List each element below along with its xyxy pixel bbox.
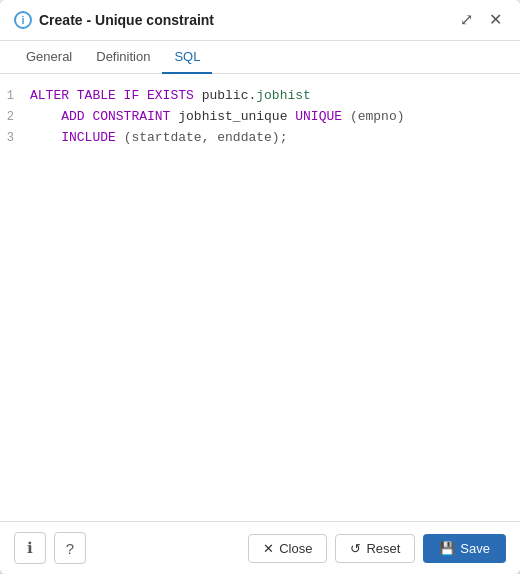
dialog-close-button[interactable]: ✕ [485,10,506,30]
include-columns: (startdate, enddate); [124,130,288,145]
code-line-3: 3 INCLUDE (startdate, enddate); [0,128,520,149]
schema-name: public. [202,88,257,103]
expand-button[interactable]: ⤢ [456,10,477,30]
code-content-1: ALTER TABLE IF EXISTS public.jobhist [30,86,311,107]
title-left: i Create - Unique constraint [14,11,214,29]
tab-bar: General Definition SQL [0,41,520,74]
close-button[interactable]: ✕ Close [248,534,327,563]
info-button[interactable]: ℹ [14,532,46,564]
close-icon: ✕ [263,541,274,556]
tab-general[interactable]: General [14,41,84,74]
keyword-include: INCLUDE [30,130,124,145]
tab-sql[interactable]: SQL [162,41,212,74]
code-content-3: INCLUDE (startdate, enddate); [30,128,287,149]
dialog-icon: i [14,11,32,29]
reset-label: Reset [366,541,400,556]
code-content-2: ADD CONSTRAINT jobhist_unique UNIQUE (em… [30,107,404,128]
table-name: jobhist [256,88,311,103]
keyword-alter: ALTER TABLE IF EXISTS [30,88,202,103]
line-number-3: 3 [0,129,30,148]
sql-code-area: 1 ALTER TABLE IF EXISTS public.jobhist 2… [0,74,520,521]
help-button[interactable]: ? [54,532,86,564]
keyword-unique: UNIQUE [295,109,350,124]
dialog: i Create - Unique constraint ⤢ ✕ General… [0,0,520,574]
footer-right: ✕ Close ↺ Reset 💾 Save [248,534,506,563]
unique-columns: (empno) [350,109,405,124]
close-label: Close [279,541,312,556]
code-line-1: 1 ALTER TABLE IF EXISTS public.jobhist [0,86,520,107]
save-icon: 💾 [439,541,455,556]
keyword-add: ADD CONSTRAINT [30,109,178,124]
dialog-title: Create - Unique constraint [39,12,214,28]
save-button[interactable]: 💾 Save [423,534,506,563]
footer: ℹ ? ✕ Close ↺ Reset 💾 Save [0,521,520,574]
reset-button[interactable]: ↺ Reset [335,534,415,563]
footer-left: ℹ ? [14,532,86,564]
reset-icon: ↺ [350,541,361,556]
title-actions: ⤢ ✕ [456,10,506,30]
tab-definition[interactable]: Definition [84,41,162,74]
line-number-2: 2 [0,108,30,127]
save-label: Save [460,541,490,556]
code-line-2: 2 ADD CONSTRAINT jobhist_unique UNIQUE (… [0,107,520,128]
title-bar: i Create - Unique constraint ⤢ ✕ [0,0,520,41]
constraint-name: jobhist_unique [178,109,295,124]
line-number-1: 1 [0,87,30,106]
